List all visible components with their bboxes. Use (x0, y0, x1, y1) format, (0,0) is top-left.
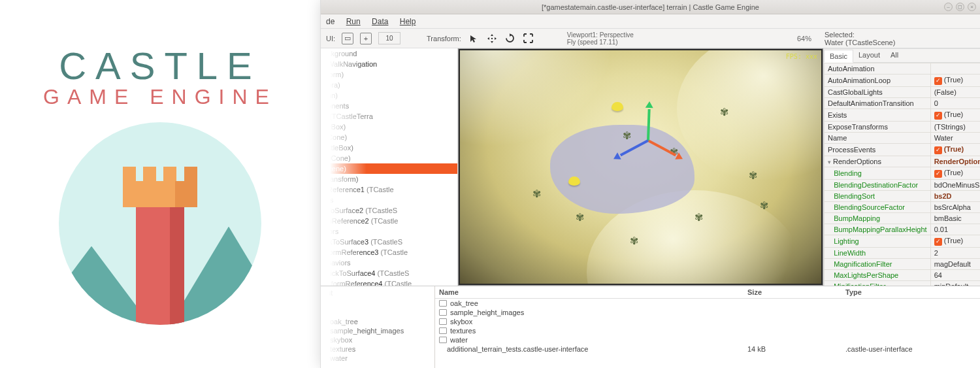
hierarchy-panel[interactable]: ackgroundeWalkNavigationsform)nera)rain)… (321, 48, 458, 286)
menu-help[interactable]: Help (400, 14, 416, 29)
hierarchy-item[interactable]: ickToSurface3 (TCastleS (321, 237, 457, 247)
property-row[interactable]: ProcessEvents✓(True) (825, 144, 981, 156)
menu-code[interactable]: de (326, 14, 335, 29)
property-row[interactable]: CastGlobalLights(False) (825, 87, 981, 98)
folder-row[interactable]: textures (435, 326, 980, 335)
rotate-tool-icon[interactable] (504, 33, 516, 44)
folder-row[interactable]: water (435, 335, 980, 344)
selection-header: Selected: Water (TCastleScene) (825, 31, 975, 46)
logo-text: CASTLE GAME ENGINE (43, 44, 277, 109)
property-row[interactable]: MinificationFilterminDefault (825, 281, 981, 286)
hierarchy-item[interactable]: 1 (TCastleTerra (321, 111, 457, 122)
transform-label: Transform: (427, 35, 461, 42)
transform-gizmo[interactable] (648, 139, 649, 141)
property-row[interactable]: BumpMappingbmBasic (825, 213, 981, 224)
property-row[interactable]: ExposeTransforms(TStrings) (825, 122, 981, 133)
move-tool-icon[interactable] (486, 33, 498, 44)
castle-logo-panel: CASTLE GAME ENGINE (0, 0, 320, 368)
logo-subtitle: GAME ENGINE (43, 85, 277, 109)
property-row[interactable]: Blending✓(True) (825, 167, 981, 180)
hierarchy-item[interactable]: nera) (321, 80, 457, 90)
zoom-percent: 64% (797, 35, 811, 42)
project-tree[interactable]: tput ▸oak_tree▸sample_height_images▸skyb… (321, 286, 435, 368)
hierarchy-item[interactable]: StickToSurface4 (TCastleS (321, 268, 457, 278)
property-row[interactable]: LineWidth2 (825, 248, 981, 259)
folder-row[interactable]: sample_height_images (435, 308, 980, 317)
file-size: 14 kB (747, 345, 845, 353)
folder-row[interactable]: skybox (435, 317, 980, 326)
hierarchy-item[interactable]: ackground (321, 48, 457, 59)
col-name[interactable]: Name (439, 288, 747, 296)
hierarchy-item[interactable]: Scene) (321, 163, 457, 174)
hierarchy-item[interactable]: sform) (321, 69, 457, 80)
hierarchy-item[interactable]: sformReference3 (TCastle (321, 247, 457, 258)
select-tool-icon[interactable] (468, 33, 480, 44)
project-tree-item[interactable]: ▸oak_tree (321, 317, 434, 326)
file-row[interactable]: additional_terrain_tests.castle-user-int… (435, 344, 980, 354)
property-row[interactable]: MaxLightsPerShape64 (825, 270, 981, 281)
tab-layout[interactable]: Layout (853, 49, 885, 62)
hierarchy-item[interactable]: nReference1 (TCastle (321, 184, 457, 195)
viewport-3d[interactable]: ✾ ✾ ✾ ✾ ✾ ✾ ✾ ✾ ✾ FPS: xxx (458, 48, 823, 286)
property-row[interactable]: MagnificationFiltermagDefault (825, 259, 981, 270)
folder-row[interactable]: oak_tree (435, 299, 980, 308)
property-row[interactable]: BumpMappingParallaxHeight0.01 (825, 224, 981, 235)
hierarchy-item[interactable]: nsformReference4 (TCastle (321, 278, 457, 286)
menu-bar: de Run Data Help (321, 14, 980, 29)
property-row[interactable]: Exists✓(True) (825, 109, 981, 122)
property-row[interactable]: DefaultAnimationTransition0 (825, 98, 981, 109)
property-row[interactable]: Lighting✓(True) (825, 235, 981, 248)
snap-spinner[interactable]: 10 (378, 32, 400, 44)
ui-rect-icon[interactable]: ▭ (342, 33, 353, 44)
file-browser[interactable]: Name Size Type oak_treesample_height_ima… (435, 286, 980, 368)
property-row[interactable]: BlendingSortbs2D (825, 191, 981, 202)
maximize-button[interactable]: ◻ (956, 3, 964, 11)
hierarchy-item[interactable]: tleBox) (321, 122, 457, 132)
hierarchy-item[interactable]: eCone) (321, 132, 457, 142)
inspector-tabs: Basic Layout All (824, 48, 980, 63)
property-row[interactable]: ▾RenderOptionsRenderOptions (825, 156, 981, 167)
scale-tool-icon[interactable] (523, 33, 534, 44)
hierarchy-item[interactable]: eWalkNavigation (321, 59, 457, 69)
tab-basic[interactable]: Basic (824, 50, 853, 63)
window-titlebar[interactable]: [*gamestatemain.castle-user-interface] t… (321, 0, 980, 14)
menu-run[interactable]: Run (346, 14, 361, 29)
menu-data[interactable]: Data (372, 14, 388, 29)
hierarchy-item[interactable]: astleBox) (321, 142, 457, 153)
output-label: tput (321, 288, 434, 297)
ui-plus-icon[interactable]: + (360, 33, 372, 44)
col-size[interactable]: Size (747, 288, 845, 296)
viewport-canvas[interactable]: ✾ ✾ ✾ ✾ ✾ ✾ ✾ ✾ ✾ FPS: xxx (460, 50, 821, 284)
hierarchy-item[interactable]: ors (321, 195, 457, 205)
col-type[interactable]: Type (845, 288, 976, 296)
project-tree-item[interactable]: ▸textures (321, 344, 434, 354)
hierarchy-item[interactable]: ehaviors (321, 258, 457, 268)
window-title: [*gamestatemain.castle-user-interface] t… (542, 3, 759, 11)
property-row[interactable]: NameWater (825, 133, 981, 144)
project-tree-item[interactable]: ▾water (321, 354, 434, 363)
project-tree-item[interactable]: ▸skybox (321, 335, 434, 344)
close-button[interactable]: × (968, 3, 976, 11)
property-row[interactable]: BlendingDestinationFactorbdOneMinusSrcAl… (825, 180, 981, 191)
hierarchy-item[interactable]: rain) (321, 90, 457, 101)
property-row[interactable]: AutoAnimationLoop✓(True) (825, 75, 981, 87)
selected-value: Water (TCastleScene) (825, 39, 975, 46)
hierarchy-item[interactable]: tleCone) (321, 153, 457, 163)
property-row[interactable]: BlendingSourceFactorbsSrcAlpha (825, 202, 981, 213)
logo-emblem (59, 122, 261, 325)
hierarchy-item[interactable]: Transform) (321, 174, 457, 184)
project-tree-item[interactable]: ▸sample_height_images (321, 326, 434, 335)
ui-label: UI: (326, 35, 335, 42)
hierarchy-item[interactable]: rmReference2 (TCastle (321, 216, 457, 226)
file-name: additional_terrain_tests.castle-user-int… (447, 345, 588, 353)
toolbar: UI: ▭ + 10 Transform: Viewport1: Perspec… (321, 29, 980, 48)
property-row[interactable]: AutoAnimation (825, 63, 981, 75)
hierarchy-item[interactable]: kToSurface2 (TCastleS (321, 205, 457, 216)
hierarchy-item[interactable]: viors (321, 226, 457, 237)
tab-all[interactable]: All (885, 49, 904, 62)
minimize-button[interactable]: – (944, 3, 953, 11)
viewport-info: Viewport1: Perspective Fly (speed 17.11) (567, 31, 634, 46)
bottom-panel: tput ▸oak_tree▸sample_height_images▸skyb… (321, 286, 980, 368)
hierarchy-item[interactable]: ponents (321, 101, 457, 111)
logo-title: CASTLE (43, 44, 277, 88)
